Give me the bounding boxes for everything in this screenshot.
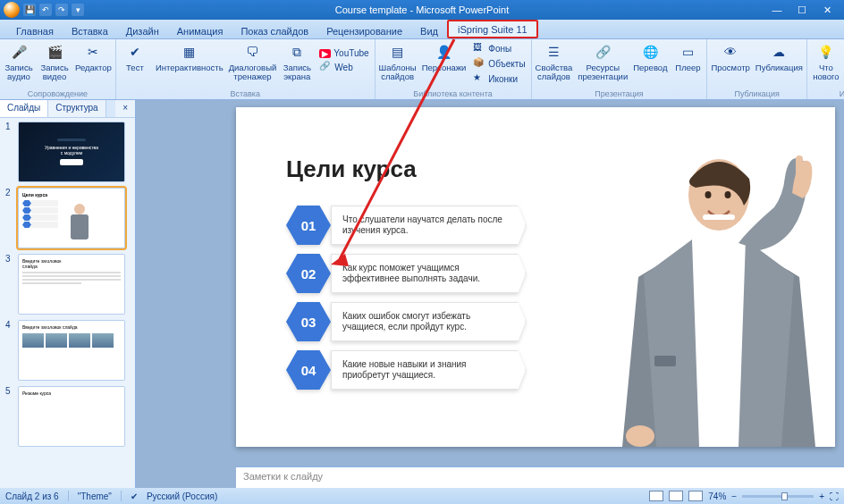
minimize-button[interactable]: — [769, 4, 785, 16]
qat-save-icon[interactable]: 💾 [23, 4, 36, 16]
player-button-icon: ▭ [677, 41, 698, 63]
goal-number: 02 [286, 254, 331, 293]
maximize-button[interactable]: ☐ [794, 4, 810, 16]
qat-undo-icon[interactable]: ↶ [39, 4, 52, 16]
record-audio-button-icon: 🎤 [8, 41, 30, 63]
svg-point-0 [74, 204, 85, 214]
tab-design[interactable]: Дизайн [117, 23, 168, 38]
qat-redo-icon[interactable]: ↷ [55, 4, 68, 16]
close-button[interactable]: ✕ [819, 4, 835, 16]
objects-button[interactable]: 📦Объекты [471, 56, 527, 71]
zoom-value[interactable]: 74% [708, 491, 726, 501]
spellcheck-icon[interactable]: ✔ [131, 491, 138, 501]
group-label: Публикация [711, 89, 802, 98]
screen-rec-button-icon: ⧉ [286, 41, 308, 63]
slide-thumb[interactable]: Введите заголовок слайда [18, 254, 125, 315]
slide-panel: Слайды Структура × 1 Уравнения и неравен… [0, 100, 136, 488]
web-object-button-icon: 🔗 [319, 61, 332, 73]
group-label: Информация [811, 89, 844, 98]
goal-item[interactable]: 03Каких ошибок смогут избежать учащиеся,… [286, 302, 526, 341]
record-audio-button[interactable]: 🎤Запись аудио [4, 41, 34, 81]
backgrounds-button[interactable]: 🖼Фоны [471, 41, 527, 55]
svg-point-4 [725, 191, 731, 198]
interaction-button-icon: ▦ [179, 41, 200, 63]
view-normal-button[interactable] [649, 491, 663, 501]
translate-button[interactable]: 🌐Перевод [633, 41, 667, 81]
editor-button[interactable]: ✂Редактор [75, 41, 112, 81]
slide-props-button[interactable]: ☰Свойства слайдов [536, 41, 573, 81]
tab-animation[interactable]: Анимация [168, 23, 232, 38]
player-button[interactable]: ▭Плеер [672, 41, 703, 81]
translate-button-icon: 🌐 [639, 41, 661, 63]
slide-templates-button[interactable]: ▤Шаблоны слайдов [379, 41, 417, 86]
screen-rec-button[interactable]: ⧉Запись экрана [282, 41, 312, 81]
web-object-button[interactable]: 🔗Web [317, 60, 370, 74]
tab-slideshow[interactable]: Показ слайдов [232, 23, 317, 38]
group-label: Презентация [536, 89, 704, 98]
youtube-button[interactable]: ▶YouTube [317, 47, 370, 59]
title-bar: 💾 ↶ ↷ ▾ Course template - Microsoft Powe… [0, 0, 844, 20]
goal-text: Каких ошибок смогут избежать учащиеся, е… [331, 302, 526, 341]
goal-text: Что слушатели научатся делать после изуч… [331, 206, 526, 245]
goal-item[interactable]: 04Какие новые навыки и знания приобретут… [286, 350, 526, 390]
editor-button-icon: ✂ [82, 41, 104, 63]
view-show-button[interactable] [688, 491, 703, 501]
thumbnail-list[interactable]: 1 Уравнения и неравенствас модулем 2 Цел… [0, 118, 135, 488]
quick-access-toolbar: 💾 ↶ ↷ ▾ [23, 4, 84, 16]
goal-item[interactable]: 02Как курс поможет учащимся эффективнее … [286, 254, 526, 293]
slide-thumb[interactable]: Цели курса [18, 188, 125, 248]
status-slide: Слайд 2 из 6 [5, 491, 59, 501]
publish-button-icon: ☁ [768, 41, 789, 63]
characters-button-icon: 👤 [433, 41, 454, 63]
slide-thumb[interactable]: Резюме курса [18, 386, 125, 447]
slide-thumb[interactable]: Уравнения и неравенствас модулем [18, 122, 125, 182]
tab-insert[interactable]: Вставка [63, 23, 117, 38]
qat-more-icon[interactable]: ▾ [72, 4, 84, 16]
svg-rect-6 [654, 356, 676, 366]
characters-button[interactable]: 👤Персонажи [422, 41, 467, 86]
zoom-in-button[interactable]: + [819, 491, 824, 501]
svg-point-3 [705, 191, 712, 198]
svg-rect-5 [703, 214, 735, 220]
goal-item[interactable]: 01Что слушатели научатся делать после из… [286, 206, 526, 245]
svg-rect-1 [71, 214, 89, 239]
record-video-button[interactable]: 🎬Запись видео [39, 41, 70, 81]
view-sorter-button[interactable] [669, 491, 683, 501]
notes-pane[interactable]: Заметки к слайду [236, 466, 844, 488]
zoom-slider[interactable] [742, 495, 814, 498]
goal-number: 04 [286, 350, 331, 390]
svg-point-8 [626, 425, 654, 447]
group-label: Вставка [120, 89, 371, 98]
slide-editor[interactable]: Цели курса 01Что слушатели научатся дела… [136, 100, 844, 488]
tab-review[interactable]: Рецензирование [317, 23, 411, 38]
zoom-out-button[interactable]: − [731, 491, 737, 501]
panel-tab-outline[interactable]: Структура [48, 100, 106, 117]
goal-text: Какие новые навыки и знания приобретут у… [331, 350, 526, 390]
icons-button[interactable]: ★Иконки [471, 71, 527, 86]
preview-button[interactable]: 👁Просмотр [711, 41, 749, 72]
character-image[interactable] [585, 143, 826, 447]
backgrounds-button-icon: 🖼 [473, 42, 485, 55]
group-label: Сопровождение [4, 89, 112, 98]
interaction-button[interactable]: ▦Интерактивность [156, 41, 224, 81]
dialog-sim-button[interactable]: 🗨Диалоговый тренажер [229, 41, 277, 81]
publish-button[interactable]: ☁Публикация [755, 41, 803, 72]
whats-new-button[interactable]: 💡Что нового [811, 41, 841, 86]
panel-close-icon[interactable]: × [115, 100, 135, 117]
quiz-button[interactable]: ✔Тест [120, 41, 150, 81]
preview-button-icon: 👁 [720, 41, 741, 63]
panel-tab-slides[interactable]: Слайды [0, 100, 48, 117]
tab-home[interactable]: Главная [7, 23, 63, 38]
objects-button-icon: 📦 [473, 57, 485, 70]
resources-button[interactable]: 🔗Ресурсы презентации [578, 41, 628, 81]
whats-new-button-icon: 💡 [815, 41, 837, 63]
office-orb[interactable] [4, 2, 20, 18]
fit-button[interactable]: ⛶ [830, 491, 839, 501]
window-title: Course template - Microsoft PowerPoint [84, 4, 760, 15]
slide-canvas[interactable]: Цели курса 01Что слушатели научатся дела… [236, 107, 835, 447]
tab-ispring[interactable]: iSpring Suite 11 [447, 20, 538, 38]
slide-title[interactable]: Цели курса [286, 155, 417, 183]
status-language[interactable]: Русский (Россия) [147, 491, 217, 501]
slide-thumb[interactable]: Введите заголовок слайда [18, 320, 125, 381]
tab-view[interactable]: Вид [411, 23, 447, 38]
